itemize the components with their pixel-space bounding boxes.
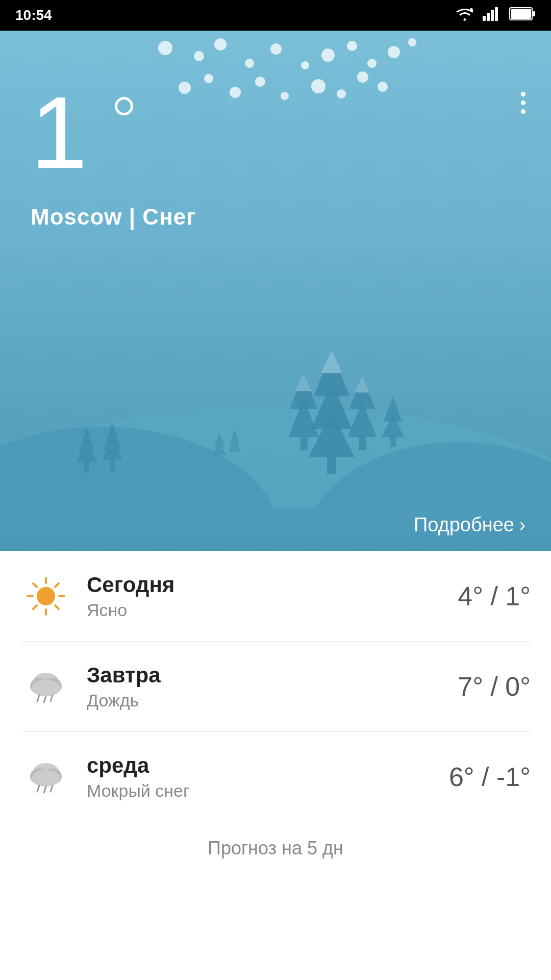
dot2 bbox=[521, 101, 525, 105]
wifi-icon bbox=[455, 7, 474, 24]
svg-point-0 bbox=[470, 8, 473, 11]
svg-rect-4 bbox=[495, 7, 498, 21]
forecast-day: Завтра bbox=[87, 663, 458, 688]
forecast-day: Сегодня bbox=[87, 573, 458, 597]
sun-icon bbox=[20, 571, 71, 622]
temperature-value: 1 bbox=[31, 76, 82, 189]
svg-rect-3 bbox=[491, 10, 494, 21]
svg-line-42 bbox=[33, 583, 37, 587]
snow-dot bbox=[367, 59, 377, 68]
snow-dot bbox=[255, 77, 265, 87]
degree-circle bbox=[115, 97, 133, 115]
city-condition: Moscow | Снег bbox=[31, 204, 196, 230]
svg-rect-6 bbox=[533, 11, 535, 16]
svg-line-44 bbox=[55, 583, 59, 587]
forecast-temps: 6° / -1° bbox=[449, 762, 531, 792]
snow-dot bbox=[194, 51, 204, 61]
snow-dot bbox=[337, 89, 346, 99]
svg-rect-7 bbox=[511, 9, 531, 19]
svg-point-37 bbox=[37, 587, 55, 605]
forecast-text: Завтра Дождь bbox=[87, 663, 458, 710]
svg-rect-13 bbox=[84, 462, 89, 473]
snow-dot bbox=[378, 82, 388, 92]
svg-rect-1 bbox=[483, 16, 486, 21]
svg-point-56 bbox=[32, 770, 60, 787]
separator: | bbox=[129, 204, 143, 229]
svg-marker-29 bbox=[355, 376, 369, 393]
svg-rect-2 bbox=[487, 13, 490, 21]
svg-line-59 bbox=[51, 786, 53, 792]
forecast-item: Сегодня Ясно 4° / 1° bbox=[20, 551, 531, 642]
svg-line-57 bbox=[37, 786, 39, 792]
snow-dot bbox=[158, 41, 172, 55]
svg-point-49 bbox=[32, 680, 60, 696]
svg-rect-16 bbox=[110, 460, 115, 471]
status-time: 10:54 bbox=[15, 7, 52, 23]
svg-line-51 bbox=[44, 696, 46, 702]
cloud-rain-icon bbox=[20, 751, 71, 802]
svg-line-45 bbox=[33, 605, 37, 609]
landscape-illustration bbox=[0, 294, 551, 510]
status-bar: 10:54 bbox=[0, 0, 551, 31]
more-options-button[interactable] bbox=[521, 92, 525, 114]
svg-line-52 bbox=[51, 695, 53, 701]
svg-marker-25 bbox=[296, 373, 311, 391]
chevron-right-icon: › bbox=[519, 514, 525, 536]
snow-dot bbox=[301, 61, 309, 69]
forecast-item: среда Мокрый снег 6° / -1° bbox=[20, 732, 531, 822]
snow-dot bbox=[311, 79, 325, 93]
signal-icon bbox=[483, 7, 501, 24]
dot1 bbox=[521, 92, 525, 96]
forecast-day: среда bbox=[87, 753, 449, 778]
svg-marker-21 bbox=[321, 350, 342, 373]
forecast-condition: Ясно bbox=[87, 600, 458, 620]
snow-dot bbox=[245, 59, 254, 68]
forecast-item: Завтра Дождь 7° / 0° bbox=[20, 642, 531, 732]
forecast-text: Сегодня Ясно bbox=[87, 573, 458, 620]
forecast-list: Сегодня Ясно 4° / 1° Завтра Дождь 7° bbox=[0, 551, 551, 822]
forecast-text: среда Мокрый снег bbox=[87, 753, 449, 801]
snow-dot bbox=[214, 38, 227, 51]
snow-dot bbox=[321, 48, 335, 62]
forecast-footer: Прогноз на 5 дн bbox=[0, 822, 551, 874]
snow-dot bbox=[357, 71, 368, 83]
svg-line-50 bbox=[37, 695, 39, 701]
more-details-label: Подробнее bbox=[414, 514, 514, 536]
more-details-link[interactable]: Подробнее › bbox=[414, 514, 525, 536]
snow-dot bbox=[179, 82, 191, 94]
snow-dot bbox=[230, 87, 241, 98]
snow-dot bbox=[347, 41, 357, 51]
svg-line-43 bbox=[55, 605, 59, 609]
forecast-condition: Мокрый снег bbox=[87, 781, 449, 801]
svg-rect-28 bbox=[359, 436, 366, 450]
snow-dot bbox=[270, 43, 282, 55]
forecast-condition: Дождь bbox=[87, 691, 458, 710]
forecast-temps: 4° / 1° bbox=[458, 581, 531, 611]
battery-icon bbox=[509, 7, 536, 24]
current-condition: Снег bbox=[142, 204, 196, 229]
dot3 bbox=[521, 109, 525, 114]
cloud-rain-icon bbox=[20, 661, 71, 712]
snow-dot bbox=[204, 74, 213, 83]
status-icons bbox=[455, 7, 536, 24]
city-name: Moscow bbox=[31, 204, 122, 229]
svg-rect-24 bbox=[300, 436, 308, 450]
snow-dot bbox=[388, 46, 400, 58]
forecast-footer-label: Прогноз на 5 дн bbox=[208, 838, 343, 859]
snow-dot bbox=[408, 38, 416, 46]
landscape-svg bbox=[0, 294, 551, 508]
snow-dot bbox=[281, 92, 289, 100]
svg-rect-20 bbox=[327, 456, 336, 474]
svg-line-58 bbox=[44, 787, 46, 793]
weather-hero: 1 Moscow | Снег bbox=[0, 31, 551, 551]
forecast-temps: 7° / 0° bbox=[458, 671, 531, 702]
svg-rect-32 bbox=[390, 436, 396, 447]
temperature-display: 1 bbox=[31, 82, 82, 184]
